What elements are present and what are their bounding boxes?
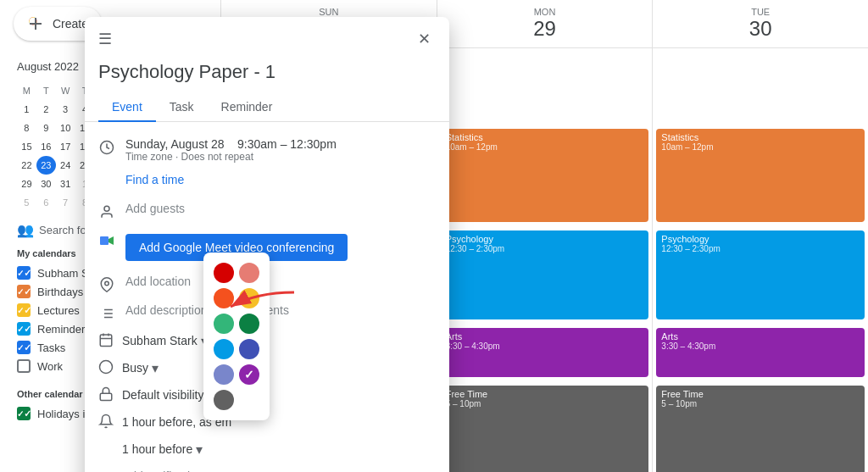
color-flamingo[interactable] xyxy=(239,263,259,283)
event-stats-tue[interactable]: Statistics 10am – 12pm xyxy=(656,129,865,222)
event-psych-tue[interactable]: Psychology 12:30 – 2:30pm xyxy=(656,230,865,319)
cal-checkbox-work[interactable] xyxy=(17,359,31,373)
event-time: 12:30 – 2:30pm xyxy=(661,244,860,253)
meet-icon xyxy=(98,232,115,249)
mini-day-31[interactable]: 31 xyxy=(56,175,75,193)
header-day-tue[interactable]: TUE 30 xyxy=(652,0,868,47)
event-time: 12:30 – 2:30pm xyxy=(446,244,644,253)
svg-rect-5 xyxy=(100,236,108,245)
mini-day-sep6[interactable]: 6 xyxy=(36,193,56,212)
event-arts-mon[interactable]: Arts 3:30 – 4:30pm xyxy=(441,328,649,377)
mini-day-29[interactable]: 29 xyxy=(17,175,36,193)
add-guests-input[interactable]: Add guests xyxy=(125,202,185,215)
add-location-input[interactable]: Add location xyxy=(125,275,191,288)
color-picker-popup xyxy=(203,253,270,420)
cal-checkbox-holidays[interactable]: ✓ xyxy=(17,407,31,420)
plus-icon xyxy=(27,15,44,32)
datetime-content: Sunday, August 28 9:30am – 12:30pm Time … xyxy=(125,137,436,163)
mini-day-sep5[interactable]: 5 xyxy=(17,193,36,212)
status-label: Busy xyxy=(122,361,148,375)
mini-day-sep7[interactable]: 7 xyxy=(56,193,75,212)
mini-day-30[interactable]: 30 xyxy=(36,175,56,193)
notification2-select[interactable]: 1 hour before ▾ xyxy=(122,441,203,458)
calendar-owner-select[interactable]: Subham Stark ▾ xyxy=(122,333,208,349)
color-peacock[interactable] xyxy=(214,339,234,359)
day-hdr-w: W xyxy=(56,81,75,100)
find-time-link[interactable]: Find a time xyxy=(125,173,184,186)
mini-day-16[interactable]: 16 xyxy=(36,137,56,156)
color-grape[interactable] xyxy=(239,364,259,385)
header-day-mon[interactable]: MON 29 xyxy=(437,0,653,47)
mini-day-15[interactable]: 15 xyxy=(17,137,36,156)
people-icon: 👥 xyxy=(17,222,34,238)
calendar-owner-label: Subham Stark xyxy=(122,334,198,347)
find-time-spacer xyxy=(98,175,115,192)
day-col-mon: Statistics 10am – 12pm Psychology 12:30 … xyxy=(437,48,653,472)
tab-reminder[interactable]: Reminder xyxy=(208,93,287,122)
mini-day-9[interactable]: 9 xyxy=(36,119,56,137)
event-psych-mon[interactable]: Psychology 12:30 – 2:30pm xyxy=(441,230,649,319)
cal-checkbox-subham[interactable]: ✓ xyxy=(17,266,31,280)
mini-day-17[interactable]: 17 xyxy=(56,137,75,156)
status-select[interactable]: Busy ▾ xyxy=(122,360,159,376)
location-icon xyxy=(98,276,115,293)
cal-checkbox-tasks[interactable]: ✓ xyxy=(17,341,31,354)
cal-checkbox-birthdays[interactable]: ✓ xyxy=(17,285,31,298)
event-freetime-tue[interactable]: Free Time 5 – 10pm xyxy=(656,386,865,472)
dialog-title: Psychology Paper - 1 xyxy=(85,58,449,93)
header-day-num-tue: 30 xyxy=(656,17,865,41)
dialog-find-time-row: Find a time xyxy=(85,168,449,197)
event-arts-tue[interactable]: Arts 3:30 – 4:30pm xyxy=(656,328,865,377)
event-title: Free Time xyxy=(661,389,860,399)
color-blueberry[interactable] xyxy=(239,339,259,359)
event-title: Free Time xyxy=(446,389,644,399)
search-text: Search fo xyxy=(39,224,86,236)
status-arrow: ▾ xyxy=(152,360,159,376)
timezone-text: Time zone · Does not repeat xyxy=(125,151,436,163)
status-icon xyxy=(98,359,115,376)
event-title: Psychology xyxy=(661,234,860,244)
color-tomato[interactable] xyxy=(214,263,234,283)
event-title: Psychology xyxy=(446,234,644,244)
description-icon xyxy=(98,305,115,322)
header-day-name-tue: TUE xyxy=(656,7,865,17)
event-time: 10am – 12pm xyxy=(446,142,644,152)
cal-name-reminders: Reminders xyxy=(37,323,91,336)
color-basil[interactable] xyxy=(239,314,259,334)
event-title: Arts xyxy=(661,331,860,342)
notification2-arrow: ▾ xyxy=(196,441,203,458)
mini-day-2[interactable]: 2 xyxy=(36,100,56,119)
cal-name-tasks: Tasks xyxy=(37,342,65,354)
mini-day-3[interactable]: 3 xyxy=(56,100,75,119)
color-banana[interactable] xyxy=(239,288,259,308)
create-label: Create xyxy=(53,17,88,31)
dialog-menu-icon[interactable]: ☰ xyxy=(98,30,112,48)
tab-event[interactable]: Event xyxy=(98,93,156,122)
event-stats-mon[interactable]: Statistics 10am – 12pm xyxy=(441,129,649,222)
mini-day-22[interactable]: 22 xyxy=(17,156,36,175)
mini-day-24[interactable]: 24 xyxy=(56,156,75,175)
event-title: Arts xyxy=(446,331,644,342)
event-freetime-mon[interactable]: Free Time 5 – 10pm xyxy=(441,386,649,472)
mini-day-8[interactable]: 8 xyxy=(17,119,36,137)
svg-point-18 xyxy=(100,361,113,374)
mini-day-10[interactable]: 10 xyxy=(56,119,75,137)
mini-day-1[interactable]: 1 xyxy=(17,100,36,119)
color-tangerine[interactable] xyxy=(214,288,234,308)
tab-task[interactable]: Task xyxy=(156,93,208,122)
cal-name-birthdays: Birthdays xyxy=(37,286,83,298)
visibility-select[interactable]: Default visibility ▾ xyxy=(122,387,214,403)
dialog-add-notification-row: Add notification xyxy=(85,463,449,472)
dialog-close-button[interactable]: ✕ xyxy=(412,27,436,51)
lock-icon xyxy=(98,386,115,403)
color-lavender[interactable] xyxy=(214,364,234,385)
color-graphite[interactable] xyxy=(214,390,234,410)
cal-checkbox-reminders[interactable]: ✓ xyxy=(17,322,31,336)
color-sage[interactable] xyxy=(214,314,234,334)
cal-checkbox-lectures[interactable]: ✓ xyxy=(17,303,31,317)
mini-day-23-today[interactable]: 23 xyxy=(36,156,56,175)
dialog-datetime-row: Sunday, August 28 9:30am – 12:30pm Time … xyxy=(85,132,449,168)
header-day-name-sun: SUN xyxy=(225,7,433,17)
clock-icon xyxy=(98,139,115,156)
bell-icon xyxy=(98,414,115,430)
